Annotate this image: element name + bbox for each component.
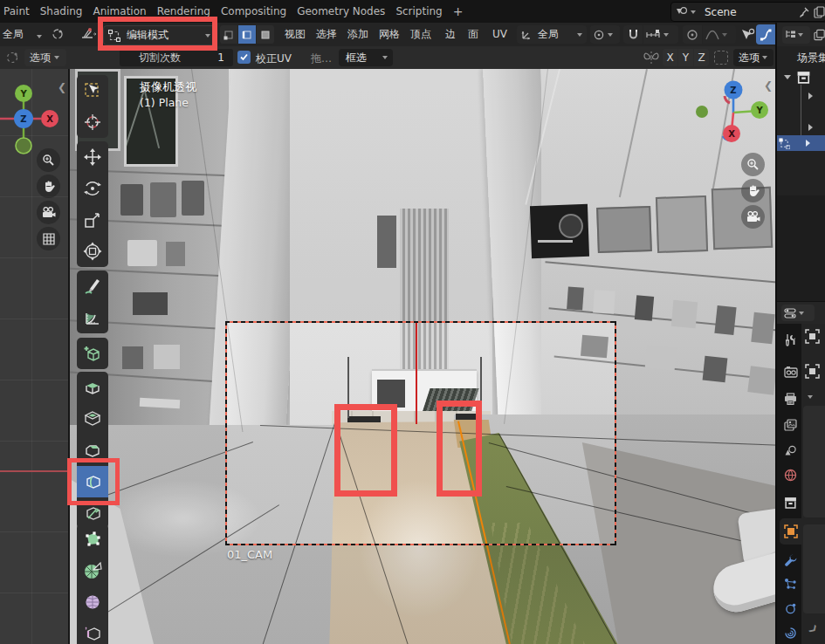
correct-uv-checkbox[interactable] — [237, 51, 251, 64]
edge-slide-tool[interactable] — [77, 618, 108, 644]
expand-right-icon[interactable] — [808, 92, 813, 99]
tab-geometry-nodes[interactable]: Geometry Nodes — [292, 0, 390, 23]
blender-window: Paint Shading Animation Rendering Compos… — [0, 0, 825, 644]
annotate-tool[interactable] — [77, 271, 108, 302]
poly-build-tool[interactable] — [77, 524, 108, 555]
snap-target-selector[interactable] — [643, 25, 678, 44]
tool-options-dropdown[interactable]: 选项 — [733, 49, 773, 66]
menu-select[interactable]: 选择 — [313, 23, 340, 46]
pivot-point-selector[interactable] — [590, 25, 620, 44]
outliner-row-scene-collection[interactable]: 场景集合 — [777, 50, 825, 65]
select-mode-face[interactable] — [257, 25, 274, 44]
inset-faces-tool[interactable] — [77, 403, 108, 435]
drag-mode-dropdown[interactable]: 框选 — [339, 49, 393, 66]
menu-vertex[interactable]: 顶点 — [407, 23, 435, 46]
tab-output[interactable] — [780, 387, 801, 410]
panel-expand-chevron[interactable]: ❯ — [808, 623, 820, 635]
camera-frame[interactable] — [225, 321, 616, 545]
select-box-tool[interactable] — [77, 75, 108, 106]
tab-world[interactable] — [780, 463, 801, 486]
left-pivot-icon[interactable] — [51, 27, 65, 41]
add-workspace-button[interactable]: + — [448, 0, 469, 23]
measure-tool[interactable] — [77, 302, 108, 333]
ortho-toggle-button[interactable] — [37, 227, 60, 250]
expand-right-icon[interactable] — [806, 140, 810, 147]
left-orientation-caret[interactable] — [37, 35, 42, 38]
left-proportional-icon[interactable] — [5, 51, 19, 65]
tab-object[interactable] — [780, 518, 801, 545]
menu-mesh[interactable]: 网格 — [375, 23, 403, 46]
orientation-selector[interactable]: 全局 — [517, 25, 587, 44]
pan-button[interactable] — [741, 179, 765, 202]
scene-name-field[interactable]: Scene — [705, 6, 798, 18]
zoom-button[interactable] — [741, 153, 765, 176]
camera-view-button[interactable] — [741, 205, 765, 229]
tab-scripting[interactable]: Scripting — [390, 0, 447, 23]
editor-type-icon[interactable] — [80, 27, 98, 41]
cuts-label: 切割次数 — [139, 51, 181, 65]
mirror-z-button[interactable]: Z — [694, 49, 709, 66]
expand-right-icon[interactable] — [808, 124, 813, 131]
smooth-tool[interactable] — [77, 586, 108, 618]
overlays-toggle[interactable] — [756, 24, 775, 45]
menu-add[interactable]: 添加 — [344, 23, 372, 46]
move-tool[interactable] — [77, 141, 108, 173]
tab-tool[interactable] — [780, 328, 801, 351]
spin-tool[interactable] — [77, 555, 108, 586]
outliner-display-mode[interactable] — [782, 26, 810, 44]
outliner-row-item[interactable] — [777, 120, 825, 135]
cursor-tool[interactable] — [77, 106, 108, 138]
tab-modifiers[interactable] — [780, 548, 801, 571]
snap-dashed-icon[interactable] — [714, 51, 728, 65]
number-of-cuts-field[interactable]: 切割次数 1 — [120, 49, 233, 66]
collapse-chevron[interactable]: ❮ — [58, 81, 66, 93]
menu-edge[interactable]: 边 — [442, 23, 459, 46]
camera-view-button[interactable] — [37, 201, 60, 224]
tab-particles[interactable] — [780, 572, 801, 595]
tab-paint[interactable]: Paint — [0, 0, 35, 23]
select-mode-vertex[interactable] — [220, 25, 237, 44]
transform-tool[interactable] — [77, 236, 108, 267]
left-options-dropdown[interactable]: 选项 — [24, 49, 66, 66]
tab-shading[interactable]: Shading — [35, 0, 88, 23]
add-cube-tool[interactable] — [77, 338, 108, 369]
frame-icon[interactable] — [805, 364, 820, 379]
tab-physics[interactable] — [780, 597, 801, 620]
select-mode-edge[interactable] — [238, 25, 256, 44]
tab-scene[interactable] — [780, 439, 801, 462]
mirror-y-button[interactable]: Y — [678, 49, 693, 66]
proportional-edit-toggle[interactable] — [683, 25, 702, 44]
left-viewport-orientation[interactable]: 全局 — [3, 27, 24, 42]
extrude-icon — [83, 378, 102, 397]
menu-uv[interactable]: UV — [489, 23, 511, 46]
expand-down-icon[interactable] — [784, 75, 791, 79]
tab-compositing[interactable]: Compositing — [216, 0, 292, 23]
tab-render[interactable] — [780, 361, 801, 384]
extrude-region-tool[interactable] — [77, 372, 108, 403]
outliner-row-item[interactable] — [777, 88, 825, 104]
main-viewport[interactable]: 01_CAM 摄像机透视 (1) Plane Z Y X ❮ — [70, 69, 780, 644]
pin-icon[interactable] — [798, 6, 810, 18]
tab-collection[interactable] — [780, 491, 801, 514]
collapse-chevron[interactable]: ❮ — [764, 79, 773, 92]
scene-dropdown-caret[interactable] — [691, 10, 696, 14]
panel-collapse-caret[interactable] — [808, 395, 813, 399]
proportional-falloff-selector[interactable] — [703, 25, 736, 44]
filter-stack-icon[interactable] — [814, 29, 825, 41]
pan-button[interactable] — [37, 175, 60, 198]
tab-constraints[interactable] — [780, 621, 801, 644]
rotate-tool[interactable] — [77, 173, 108, 204]
properties-editor-type[interactable] — [781, 305, 815, 321]
menu-view[interactable]: 视图 — [281, 23, 309, 46]
tab-view-layer[interactable] — [780, 414, 801, 436]
mirror-x-button[interactable]: X — [663, 49, 677, 66]
outliner-row-collection[interactable] — [777, 69, 825, 85]
scale-tool[interactable] — [77, 204, 108, 236]
zoom-button[interactable] — [37, 148, 60, 172]
outliner-row-active-object[interactable] — [777, 135, 825, 151]
snap-toggle[interactable] — [623, 25, 643, 44]
mirror-icon[interactable] — [643, 51, 659, 65]
new-scene-icon[interactable] — [814, 6, 825, 18]
frame-icon[interactable] — [805, 329, 820, 344]
menu-face[interactable]: 面 — [464, 23, 482, 46]
